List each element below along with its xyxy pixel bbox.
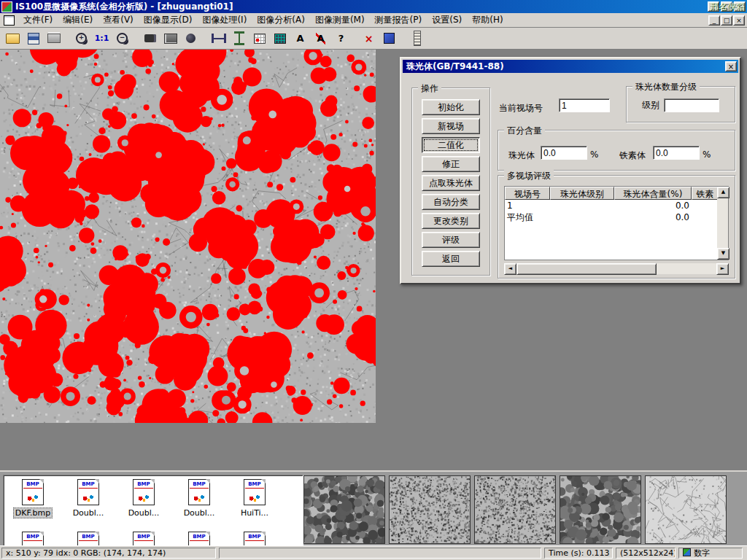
remove-annotation-button[interactable]: A [311,30,330,47]
menu-item[interactable]: 图像显示(D) [139,13,198,26]
input-mode-icon [683,548,691,556]
delete-selection-button[interactable]: × [360,30,378,47]
menu-item[interactable]: 文件(F) [18,13,58,26]
file-item[interactable]: BMPDoubl... [116,478,171,530]
operation-button[interactable]: 评级 [422,232,480,248]
current-field-input[interactable] [559,98,610,112]
percent-group-label: 百分含量 [504,125,545,137]
table-vertical-scrollbar[interactable]: ▲ ▼ [717,187,728,260]
thumbnail-1[interactable] [303,475,385,544]
table-header-cell[interactable]: 铁素 [692,187,719,200]
save-button[interactable] [24,30,42,47]
menu-item[interactable]: 图像分析(A) [252,13,310,26]
horizontal-scroll-thumb[interactable] [516,263,657,275]
grid-overlay-icon [254,34,266,44]
table-cell: 1 [505,200,550,211]
ferrite-percent-input[interactable] [653,146,700,160]
calibration-button[interactable] [380,30,398,47]
pearlite-percent-input[interactable] [541,146,587,160]
thumbnail-4[interactable] [560,475,641,544]
rating-table-body[interactable]: 10.0平均值0.0 [505,200,717,260]
grid-overlay-button[interactable] [250,30,268,47]
mdi-minimize-button[interactable]: _ [708,15,720,26]
measure-caliper-icon [212,34,226,43]
open-button[interactable] [4,30,22,47]
bmp-file-icon: BMP [77,479,99,505]
print-button[interactable] [44,30,63,47]
thumbnail-5[interactable] [645,475,727,544]
scroll-left-button[interactable]: ◄ [504,263,516,275]
file-item[interactable]: BMPHuiTi... [227,478,282,530]
measure-caliper-2-button[interactable] [230,30,248,47]
help-button[interactable]: ? [332,30,350,47]
menu-item[interactable]: 查看(V) [98,13,139,26]
bmp-file-icon: BMP [22,479,44,505]
zoom-out-button[interactable]: − [113,30,131,47]
grid-dark-button[interactable] [271,30,289,47]
application-window: IS100显微摄像系统(金相分析版) - [zhuguangti01] _ □ … [0,0,747,560]
window-title: IS100显微摄像系统(金相分析版) - [zhuguangti01] [15,1,233,13]
operation-button[interactable]: 初始化 [422,99,480,115]
workspace: 珠光体(GB/T9441-88) × 操作 初始化新视场二值化修正点取珠光体自动… [0,50,747,470]
file-name: DKF.bmp [13,508,53,518]
title-bar: IS100显微摄像系统(金相分析版) - [zhuguangti01] _ □ … [0,0,747,13]
operation-button[interactable]: 自动分类 [422,194,480,210]
video-capture-button[interactable] [141,30,159,47]
table-header-cell[interactable]: 视场号 [505,187,550,200]
table-header-cell[interactable]: 珠光体含量(%) [614,187,692,200]
operation-button[interactable]: 点取珠光体 [422,175,480,191]
micrograph-image[interactable] [0,50,376,423]
zoom-in-button[interactable]: + [72,30,90,47]
scroll-up-button[interactable]: ▲ [717,187,729,198]
actual-size-icon: 1:1 [95,30,109,47]
table-cell: 0.0 [614,211,692,223]
live-view-button[interactable] [182,30,200,47]
table-cell: 平均值 [505,211,550,223]
menu-item[interactable]: 图像测量(M) [310,13,370,26]
mdi-close-button[interactable]: × [733,15,745,26]
annotate-text-button[interactable]: A [291,30,309,47]
menu-item[interactable]: 编辑(E) [58,13,98,26]
grade-input[interactable] [664,98,719,112]
status-time: Time (s): 0.113 [544,548,613,559]
operation-button[interactable]: 返回 [422,251,480,267]
current-field-label: 当前视场号 [499,102,543,114]
bmp-badge: BMP [134,481,153,489]
file-item[interactable]: BMPDoubl... [171,478,227,530]
operation-button[interactable]: 新视场 [422,118,480,134]
operation-button[interactable]: 修正 [422,156,480,172]
camera-capture-button[interactable] [161,30,179,47]
mdi-window-controls: _ □ × [708,15,745,26]
mdi-restore-button[interactable]: □ [721,15,732,26]
scroll-right-button[interactable]: ► [716,263,729,275]
measure-caliper-button[interactable] [209,30,228,47]
dialog-title-bar[interactable]: 珠光体(GB/T9441-88) × [403,60,738,73]
menu-item[interactable]: 测量报告(P) [370,13,427,26]
operation-button[interactable]: 更改类别 [422,213,480,229]
file-item[interactable]: BMPDoubl... [61,478,116,530]
measure-caliper-2-icon [234,31,244,45]
file-item[interactable]: BMPDKF.bmp [5,478,61,530]
dialog-close-button[interactable]: × [725,61,737,71]
ruler-button[interactable] [408,30,426,47]
file-list[interactable]: BMPDKF.bmpBMPDoubl...BMPDoubl...BMPDoubl… [3,475,303,548]
scroll-down-button[interactable]: ▼ [717,248,729,260]
active-document-icon[interactable] [4,15,15,26]
menu-item[interactable]: 帮助(H) [467,13,508,26]
vertical-scroll-track[interactable] [717,198,728,248]
ferrite-label: 铁素体 [619,149,646,162]
menu-item[interactable]: 设置(S) [427,13,467,26]
table-horizontal-scrollbar[interactable]: ◄ ► [504,263,729,274]
menu-item[interactable]: 图像处理(I) [197,13,252,26]
file-name: Doubl... [182,508,217,518]
print-icon [47,34,61,43]
thumbnail-3[interactable] [474,475,556,544]
thumbnail-2[interactable] [389,475,471,544]
actual-size-button[interactable]: 1:1 [93,30,111,47]
operation-button[interactable]: 二值化 [422,137,480,153]
horizontal-scroll-track[interactable] [657,263,716,274]
operation-group-label: 操作 [418,82,441,95]
pearlite-label: 珠光体 [508,149,535,162]
table-header-cell[interactable]: 珠光体级别 [550,187,614,200]
ferrite-unit: % [703,149,711,160]
